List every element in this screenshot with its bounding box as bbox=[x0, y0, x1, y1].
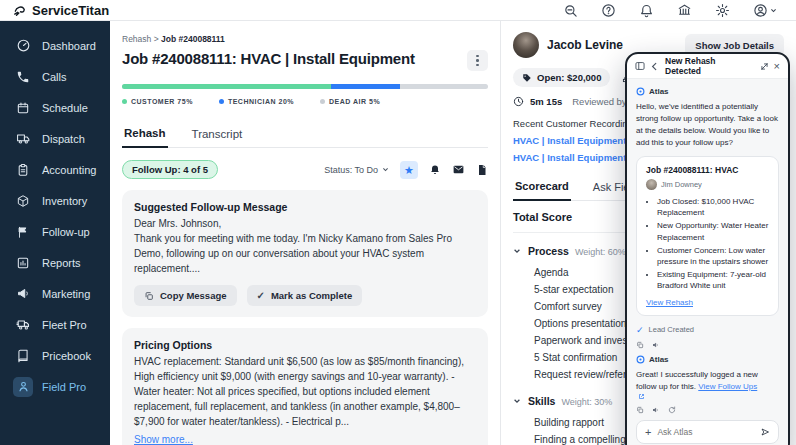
sidebar-item-follow-up[interactable]: Follow-up bbox=[0, 216, 110, 247]
tab-transcript[interactable]: Transcript bbox=[190, 122, 245, 147]
sidebar-toggle-icon[interactable] bbox=[635, 61, 645, 71]
sidebar-item-label: Marketing bbox=[42, 288, 90, 300]
sidebar-item-label: Reports bbox=[42, 257, 81, 269]
chat-header: New Rehash Detected × bbox=[627, 54, 788, 79]
copy-icon[interactable] bbox=[636, 341, 644, 349]
copy-icon[interactable] bbox=[636, 406, 644, 414]
sidebar-item-inventory[interactable]: Inventory bbox=[0, 185, 110, 216]
customer-avatar bbox=[513, 32, 539, 58]
view-follow-ups-link[interactable]: View Follow Ups bbox=[698, 382, 757, 391]
status-dropdown[interactable]: Status: To Do bbox=[324, 165, 389, 175]
copy-message-button[interactable]: Copy Message bbox=[134, 285, 237, 306]
help-icon[interactable] bbox=[601, 3, 616, 18]
document-icon[interactable] bbox=[476, 164, 488, 176]
talk-ratio-bar bbox=[122, 84, 488, 89]
speaker-icon[interactable] bbox=[652, 341, 660, 349]
followup-toolbar: Follow Up: 4 of 5 Status: To Do ★ bbox=[122, 160, 488, 179]
mark-complete-button[interactable]: ✓ Mark as Complete bbox=[247, 285, 363, 306]
sidebar-item-field-pro[interactable]: Field Pro bbox=[0, 371, 110, 402]
pricing-options-body: HVAC replacement: Standard unit $6,500 (… bbox=[134, 354, 476, 429]
skills-weight: Weight: 30% bbox=[561, 397, 612, 407]
breadcrumb-current: Job #240088111 bbox=[161, 34, 225, 44]
agent-name: Atlas bbox=[649, 87, 669, 96]
topbar-actions bbox=[563, 3, 777, 18]
sidebar-item-label: Calls bbox=[42, 71, 66, 83]
pricing-options-card: Pricing Options HVAC replacement: Standa… bbox=[122, 328, 488, 445]
sidebar-item-accounting[interactable]: Accounting bbox=[0, 154, 110, 185]
open-amount-badge: Open: $20,000 bbox=[513, 68, 610, 87]
flag-icon bbox=[13, 222, 33, 242]
chat-message: Great! I successfully logged a new follo… bbox=[636, 369, 779, 400]
search-icon[interactable] bbox=[563, 3, 578, 18]
close-icon[interactable]: × bbox=[774, 61, 780, 72]
phone-icon bbox=[13, 67, 33, 87]
brand-name: ServiceTitan bbox=[32, 3, 109, 18]
retry-icon[interactable] bbox=[668, 406, 676, 414]
copy-icon bbox=[144, 291, 154, 301]
sidebar-item-schedule[interactable]: Schedule bbox=[0, 92, 110, 123]
skills-section-name: Skills bbox=[528, 395, 555, 407]
envelope-icon[interactable] bbox=[452, 163, 465, 176]
suggested-message-heading: Suggested Follow-up Message bbox=[134, 201, 476, 213]
chevron-down-icon bbox=[770, 7, 777, 14]
dead-air-dot bbox=[320, 99, 325, 104]
calendar-icon bbox=[13, 98, 33, 118]
app-window: ServiceTitan bbox=[0, 0, 796, 445]
view-rehash-link[interactable]: View Rehash bbox=[646, 298, 693, 307]
legend-customer: CUSTOMER 75% bbox=[122, 98, 193, 105]
ask-atlas-input[interactable] bbox=[657, 427, 754, 437]
chevron-down-icon bbox=[513, 397, 521, 405]
sidebar-item-label: Follow-up bbox=[42, 226, 90, 238]
sidebar: Dashboard Calls Schedule Dispatch Accoun… bbox=[0, 21, 110, 445]
sidebar-item-label: Schedule bbox=[42, 102, 88, 114]
suggested-message-card: Suggested Follow-up Message Dear Mrs. Jo… bbox=[122, 190, 488, 317]
bell-icon[interactable] bbox=[429, 164, 441, 176]
chat-job-person: Jim Downey bbox=[646, 179, 769, 190]
agent-name: Atlas bbox=[649, 355, 669, 364]
call-duration: 5m 15s bbox=[530, 96, 562, 107]
field-pro-person-icon bbox=[13, 377, 33, 397]
speaker-icon[interactable] bbox=[652, 406, 660, 414]
customer-dot bbox=[122, 99, 127, 104]
main-tabs: Rehash Transcript bbox=[122, 122, 488, 148]
sidebar-item-fleet-pro[interactable]: Fleet Pro bbox=[0, 309, 110, 340]
check-icon: ✓ bbox=[257, 290, 265, 301]
atlas-icon bbox=[636, 87, 645, 96]
settings-gear-icon[interactable] bbox=[715, 3, 730, 18]
customer-name: Jacob Levine bbox=[547, 38, 623, 52]
tab-rehash[interactable]: Rehash bbox=[122, 122, 168, 148]
expand-icon[interactable] bbox=[760, 62, 769, 71]
sidebar-item-pricebook[interactable]: Pricebook bbox=[0, 340, 110, 371]
person-avatar bbox=[646, 179, 657, 190]
job-bullet: Customer Concern: Low water pressure in … bbox=[657, 245, 769, 267]
sidebar-item-calls[interactable]: Calls bbox=[0, 61, 110, 92]
message-actions bbox=[636, 341, 779, 349]
chat-body: Atlas Hello, we've identified a potentia… bbox=[627, 79, 788, 445]
send-icon[interactable] bbox=[760, 427, 770, 437]
back-chevron-icon[interactable] bbox=[650, 62, 659, 71]
sidebar-item-label: Dispatch bbox=[42, 133, 85, 145]
more-options-icon[interactable] bbox=[467, 50, 488, 71]
add-attachment-icon[interactable]: + bbox=[645, 426, 651, 438]
talk-ratio-legend: CUSTOMER 75% TECHNICIAN 20% DEAD AIR 5% bbox=[122, 98, 488, 105]
breadcrumb-root[interactable]: Rehash bbox=[122, 34, 151, 44]
sidebar-item-reports[interactable]: Reports bbox=[0, 247, 110, 278]
main-content: Rehash > Job #240088111 Job #240088111: … bbox=[110, 21, 500, 445]
star-icon[interactable]: ★ bbox=[400, 161, 418, 179]
notifications-icon[interactable] bbox=[639, 3, 654, 18]
truck-icon bbox=[13, 129, 33, 149]
suggested-message-body: Thank you for meeting with me today. I'm… bbox=[134, 231, 476, 276]
megaphone-icon bbox=[13, 284, 33, 304]
fleet-truck-icon bbox=[13, 315, 33, 335]
tag-icon bbox=[522, 73, 532, 83]
account-avatar[interactable] bbox=[753, 3, 777, 18]
sidebar-item-dashboard[interactable]: Dashboard bbox=[0, 30, 110, 61]
sidebar-item-dispatch[interactable]: Dispatch bbox=[0, 123, 110, 154]
breadcrumb: Rehash > Job #240088111 bbox=[122, 34, 488, 44]
legend-technician: TECHNICIAN 20% bbox=[219, 98, 294, 105]
sidebar-item-marketing[interactable]: Marketing bbox=[0, 278, 110, 309]
show-more-link[interactable]: Show more... bbox=[134, 434, 193, 445]
chat-job-title: Job #240088111: HVAC bbox=[646, 165, 769, 175]
tab-scorecard[interactable]: Scorecard bbox=[513, 175, 571, 201]
building-icon[interactable] bbox=[677, 3, 692, 18]
